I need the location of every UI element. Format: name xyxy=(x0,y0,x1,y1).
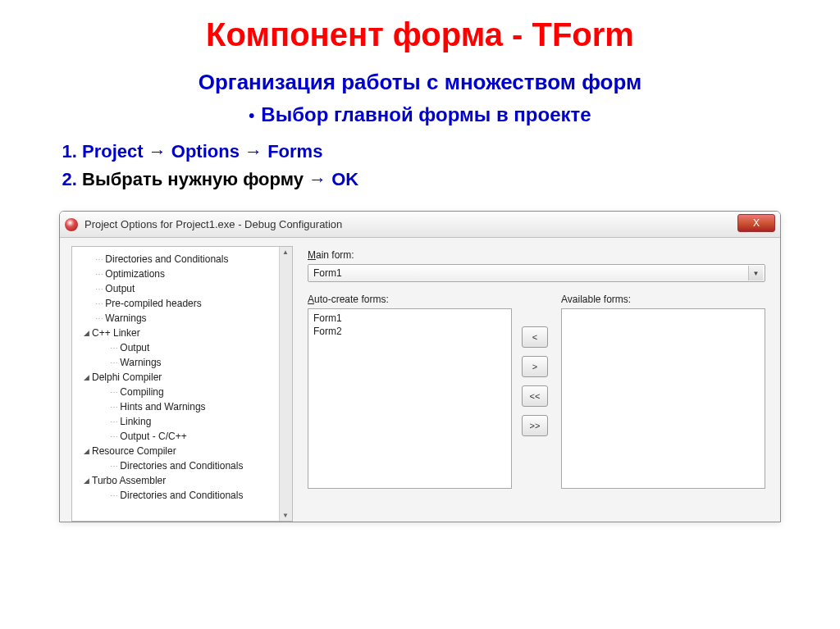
tree-item[interactable]: ⋯ Linking xyxy=(77,414,292,429)
tree-item[interactable]: ⋯ Warnings xyxy=(77,311,292,326)
slide-bullet: •Выбор главной формы в проекте xyxy=(0,103,840,126)
app-icon xyxy=(65,218,78,231)
available-label: Available forms: xyxy=(561,294,765,305)
autocreate-label: Auto-create forms: xyxy=(308,294,512,305)
caret-icon: ◢ xyxy=(84,373,92,381)
tree-group[interactable]: ◢Delphi Compiler xyxy=(77,370,292,385)
titlebar[interactable]: Project Options for Project1.exe - Debug… xyxy=(60,212,780,238)
tree-item[interactable]: ⋯ Pre-compiled headers xyxy=(77,296,292,311)
tree-item[interactable]: ⋯ Directories and Conditionals xyxy=(77,488,292,503)
chevron-down-icon: ▼ xyxy=(748,266,763,280)
tree-item[interactable]: ⋯ Output - C/C++ xyxy=(77,429,292,444)
tree-group[interactable]: ◢Resource Compiler xyxy=(77,444,292,458)
tree-item[interactable]: ⋯ Optimizations xyxy=(77,267,292,281)
list-item[interactable]: Form2 xyxy=(313,326,506,339)
move-all-right-button[interactable]: >> xyxy=(522,415,548,436)
step-2-text: Выбрать нужную форму xyxy=(82,169,304,189)
slide-subtitle: Организация работы с множеством форм xyxy=(0,70,840,95)
tree-item[interactable]: ⋯ Output xyxy=(77,281,292,296)
bullet-dot-icon: • xyxy=(249,107,254,125)
mainform-label: Main form: xyxy=(308,249,765,261)
step-2: Выбрать нужную форму → OK xyxy=(82,169,840,190)
step-2-suffix: → OK xyxy=(304,169,358,189)
caret-icon: ◢ xyxy=(84,476,92,485)
mainform-value: Form1 xyxy=(313,267,342,279)
tree-item[interactable]: ⋯ Compiling xyxy=(77,385,292,399)
step-1: Project → Options → Forms xyxy=(82,141,840,162)
close-button[interactable]: X xyxy=(737,214,775,232)
tree-item[interactable]: ⋯ Directories and Conditionals xyxy=(77,252,292,267)
list-item[interactable]: Form1 xyxy=(313,312,506,326)
caret-icon: ◢ xyxy=(84,447,92,455)
mainform-dropdown[interactable]: Form1 ▼ xyxy=(308,264,765,282)
tree-item[interactable]: ⋯ Warnings xyxy=(77,355,292,370)
forms-panel: Main form: Form1 ▼ Auto-create forms: Fo… xyxy=(299,238,780,522)
window-title: Project Options for Project1.exe - Debug… xyxy=(84,218,342,230)
step-1-text: Project → Options → Forms xyxy=(82,141,322,162)
move-right-button[interactable]: > xyxy=(522,356,548,377)
tree-group[interactable]: ◢Turbo Assembler xyxy=(77,473,292,488)
available-listbox[interactable] xyxy=(561,308,765,489)
scrollbar[interactable] xyxy=(279,247,292,521)
bullet-text: Выбор главной формы в проекте xyxy=(261,103,591,125)
slide-title: Компонент форма - TForm xyxy=(0,16,840,53)
autocreate-listbox[interactable]: Form1 Form2 xyxy=(308,308,512,489)
caret-icon: ◢ xyxy=(84,329,92,337)
options-tree[interactable]: ⋯ Directories and Conditionals ⋯ Optimiz… xyxy=(71,246,293,522)
tree-group[interactable]: ◢C++ Linker xyxy=(77,326,292,340)
tree-item[interactable]: ⋯ Hints and Warnings xyxy=(77,399,292,414)
move-all-left-button[interactable]: << xyxy=(522,385,548,407)
dialog-window: Project Options for Project1.exe - Debug… xyxy=(59,211,781,522)
tree-item[interactable]: ⋯ Output xyxy=(77,340,292,355)
tree-item[interactable]: ⋯ Directories and Conditionals xyxy=(77,458,292,473)
move-left-button[interactable]: < xyxy=(522,326,548,348)
